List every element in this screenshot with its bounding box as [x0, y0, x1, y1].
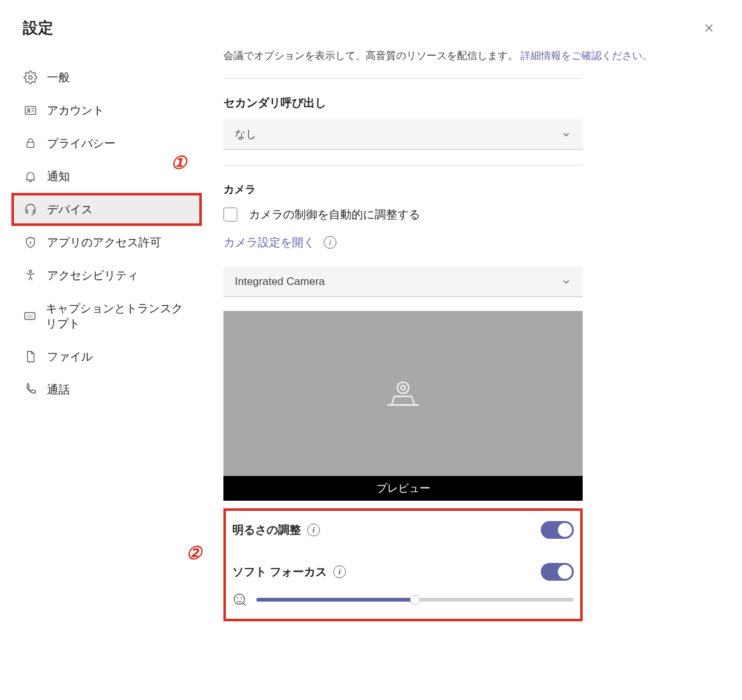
- chevron-down-icon: [561, 277, 571, 287]
- details-link[interactable]: 詳細情報をご確認ください。: [520, 50, 653, 61]
- sidebar-item-files[interactable]: ファイル: [11, 340, 202, 373]
- svg-point-15: [241, 597, 242, 598]
- sidebar-item-account[interactable]: アカウント: [11, 94, 202, 127]
- softfocus-label: ソフト フォーカス: [232, 564, 327, 579]
- sidebar-item-label: 通知: [47, 169, 70, 184]
- secondary-ringer-label: セカンダリ呼び出し: [223, 95, 583, 110]
- cc-icon: CC: [23, 308, 37, 324]
- headset-icon: [23, 202, 38, 217]
- sidebar-item-accessibility[interactable]: アクセシビリティ: [11, 259, 202, 292]
- sidebar-item-label: 通話: [47, 382, 70, 397]
- svg-text:CC: CC: [27, 314, 34, 319]
- slider-fill: [256, 598, 415, 602]
- open-camera-settings-link[interactable]: カメラ設定を開く: [223, 235, 315, 250]
- sidebar-item-general[interactable]: 一般: [11, 61, 202, 94]
- auto-adjust-row[interactable]: カメラの制御を自動的に調整する: [223, 207, 583, 222]
- phone-icon: [23, 382, 38, 397]
- svg-point-11: [401, 386, 406, 390]
- account-icon: [23, 103, 38, 118]
- chevron-down-icon: [561, 129, 571, 140]
- brightness-label: 明るさの調整: [232, 522, 301, 538]
- secondary-ringer-select[interactable]: なし: [223, 119, 583, 150]
- camera-preview: [223, 311, 583, 476]
- sidebar-item-label: アプリのアクセス許可: [47, 235, 161, 250]
- svg-rect-0: [25, 107, 36, 115]
- divider: [223, 78, 583, 79]
- sidebar-item-app-permissions[interactable]: アプリのアクセス許可: [11, 226, 202, 259]
- file-icon: [23, 349, 38, 364]
- svg-rect-4: [27, 142, 34, 147]
- sidebar-item-label: 一般: [47, 70, 70, 85]
- sidebar-item-label: デバイス: [47, 202, 93, 217]
- settings-sidebar: 一般 アカウント プライバシー 通知 デバイス: [11, 46, 202, 697]
- sidebar-item-label: アクセシビリティ: [47, 268, 138, 283]
- svg-point-14: [237, 597, 238, 598]
- brightness-toggle[interactable]: [541, 521, 574, 539]
- sidebar-item-devices[interactable]: デバイス: [11, 193, 202, 226]
- face-retouch-icon: [232, 592, 248, 607]
- select-value: なし: [235, 127, 256, 142]
- annotation-2: ②: [186, 543, 202, 564]
- preview-button[interactable]: プレビュー: [223, 476, 583, 501]
- close-button[interactable]: [699, 18, 719, 38]
- auto-adjust-checkbox[interactable]: [223, 208, 237, 221]
- page-title: 設定: [23, 18, 53, 38]
- softfocus-toggle[interactable]: [541, 563, 574, 581]
- select-value: Integrated Camera: [235, 275, 325, 288]
- sidebar-item-label: キャプションとトランスクリプト: [46, 301, 190, 331]
- settings-content: 会議でオプションを表示して、高音質のリソースを配信します。 詳細情報をご確認くだ…: [202, 46, 608, 697]
- svg-point-7: [29, 270, 32, 273]
- camera-section-label: カメラ: [223, 182, 583, 197]
- svg-point-1: [27, 109, 30, 111]
- accessibility-icon: [23, 268, 38, 283]
- svg-point-13: [234, 594, 244, 604]
- annotation-1: ①: [171, 152, 187, 173]
- slider-thumb[interactable]: [410, 595, 420, 605]
- sidebar-item-label: ファイル: [47, 349, 93, 364]
- shield-icon: [23, 235, 38, 250]
- info-icon[interactable]: i: [324, 236, 336, 249]
- svg-point-10: [397, 382, 409, 393]
- softfocus-slider[interactable]: [256, 598, 574, 602]
- sidebar-item-label: プライバシー: [47, 136, 116, 151]
- truncated-description: 会議でオプションを表示して、高音質のリソースを配信します。 詳細情報をご確認くだ…: [223, 50, 583, 63]
- sidebar-item-calls[interactable]: 通話: [11, 373, 202, 406]
- bell-icon: [23, 169, 38, 184]
- softfocus-row: ソフト フォーカス i: [232, 562, 574, 582]
- auto-adjust-label: カメラの制御を自動的に調整する: [249, 207, 420, 222]
- sidebar-item-label: アカウント: [47, 103, 104, 118]
- camera-placeholder-icon: [380, 371, 426, 416]
- camera-select[interactable]: Integrated Camera: [223, 267, 583, 297]
- close-icon: [703, 22, 715, 34]
- lock-icon: [23, 136, 38, 151]
- gear-icon: [23, 70, 38, 85]
- annotated-section-2: 明るさの調整 i ソフト フォーカス i: [223, 508, 583, 621]
- softfocus-slider-row: [232, 592, 574, 607]
- svg-point-5: [30, 241, 31, 242]
- sidebar-item-captions[interactable]: CC キャプションとトランスクリプト: [11, 292, 202, 340]
- brightness-row: 明るさの調整 i: [232, 520, 574, 540]
- divider: [223, 165, 583, 166]
- info-icon[interactable]: i: [307, 524, 320, 536]
- info-icon[interactable]: i: [333, 565, 346, 578]
- header: 設定: [0, 0, 742, 46]
